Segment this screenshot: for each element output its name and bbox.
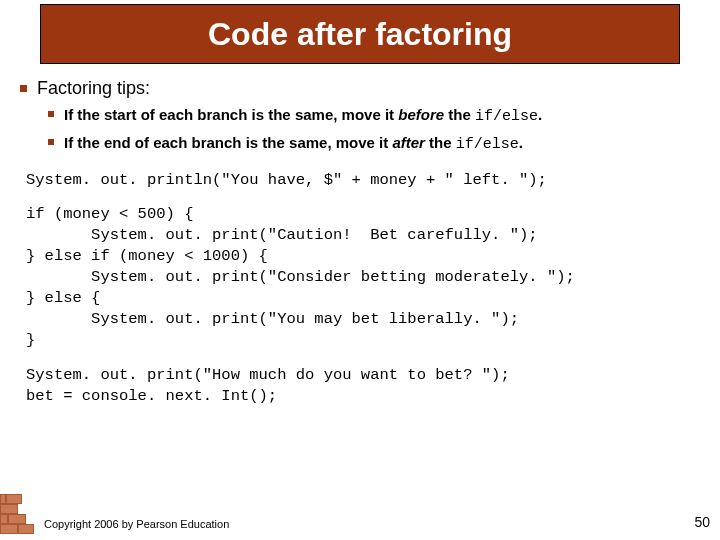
bullet-level1: Factoring tips:	[20, 78, 700, 99]
tip-text: If the start of each branch is the same,…	[64, 105, 542, 127]
slide-title: Code after factoring	[208, 16, 512, 53]
bullet-icon	[48, 139, 54, 145]
slide-body: Factoring tips: If the start of each bra…	[20, 78, 700, 407]
copyright-text: Copyright 2006 by Pearson Education	[44, 518, 229, 530]
tip-text: If the end of each branch is the same, m…	[64, 133, 523, 155]
bullet-icon	[20, 85, 27, 92]
code-block-1: System. out. println("You have, $" + mon…	[26, 170, 700, 191]
code-block-3: System. out. print("How much do you want…	[26, 365, 700, 407]
tip-item: If the start of each branch is the same,…	[48, 105, 700, 127]
slide: Code after factoring Factoring tips: If …	[0, 0, 720, 540]
heading-text: Factoring tips:	[37, 78, 150, 99]
bullet-icon	[48, 111, 54, 117]
code-block-2: if (money < 500) { System. out. print("C…	[26, 204, 700, 350]
tips-list: If the start of each branch is the same,…	[48, 105, 700, 156]
title-bar: Code after factoring	[40, 4, 680, 64]
brick-decoration	[0, 488, 34, 534]
page-number: 50	[694, 514, 710, 530]
tip-item: If the end of each branch is the same, m…	[48, 133, 700, 155]
